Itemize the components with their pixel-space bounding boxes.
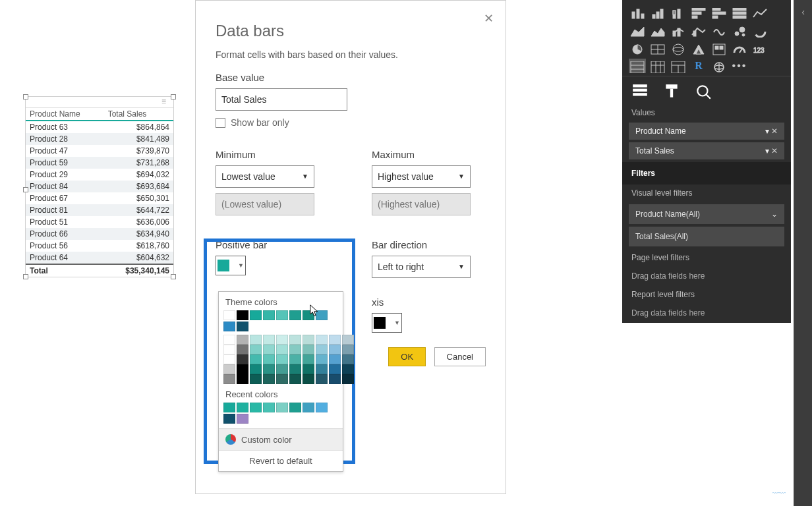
color-swatch[interactable] bbox=[276, 374, 288, 384]
viz-treemap-icon[interactable] bbox=[649, 41, 666, 55]
resize-handle-ne[interactable] bbox=[171, 94, 176, 99]
field-total-sales[interactable]: Total Sales▾ ✕ bbox=[629, 142, 784, 159]
table-row[interactable]: Product 63$864,864 bbox=[26, 121, 173, 133]
color-swatch[interactable] bbox=[276, 364, 288, 374]
viz-area-chart-icon[interactable] bbox=[629, 23, 646, 38]
color-swatch[interactable] bbox=[237, 364, 248, 374]
ok-button[interactable]: OK bbox=[388, 347, 426, 366]
color-swatch[interactable] bbox=[223, 403, 235, 412]
color-swatch[interactable] bbox=[263, 310, 275, 320]
color-swatch[interactable] bbox=[316, 345, 328, 354]
resize-handle-se[interactable] bbox=[171, 274, 176, 279]
visual-drag-handle[interactable]: ≡ bbox=[26, 97, 173, 108]
viz-globe-map-icon[interactable] bbox=[670, 41, 687, 55]
color-swatch[interactable] bbox=[329, 354, 341, 364]
color-swatch[interactable] bbox=[289, 364, 301, 374]
table-visual[interactable]: ≡ Product Name Total Sales Product 63$86… bbox=[25, 96, 174, 277]
color-swatch[interactable] bbox=[289, 310, 301, 320]
page-filters-dropzone[interactable]: Drag data fields here bbox=[622, 266, 791, 286]
table-row[interactable]: Product 84$693,684 bbox=[26, 181, 173, 192]
table-row[interactable]: Product 64$604,632 bbox=[26, 252, 173, 264]
remove-field-icon[interactable]: ✕ bbox=[771, 146, 778, 155]
color-swatch[interactable] bbox=[237, 374, 248, 384]
color-swatch[interactable] bbox=[289, 345, 301, 354]
color-swatch[interactable] bbox=[237, 310, 248, 320]
color-swatch[interactable] bbox=[276, 335, 288, 345]
viz-ribbon-icon[interactable] bbox=[710, 23, 728, 38]
viz-pie-icon[interactable] bbox=[629, 41, 646, 55]
color-swatch[interactable] bbox=[237, 335, 248, 345]
axis-color-button[interactable]: ▼ bbox=[372, 313, 402, 333]
report-filters-dropzone[interactable]: Drag data fields here bbox=[622, 303, 791, 323]
bar-direction-dropdown[interactable]: Left to right▼ bbox=[372, 256, 471, 278]
collapsed-fields-pane[interactable]: ‹ bbox=[794, 0, 812, 506]
viz-stacked-bar-h-icon[interactable] bbox=[731, 5, 748, 20]
maximum-mode-dropdown[interactable]: Highest value▼ bbox=[372, 165, 471, 188]
color-swatch[interactable] bbox=[289, 354, 301, 364]
color-swatch[interactable] bbox=[276, 345, 288, 354]
color-swatch[interactable] bbox=[316, 403, 328, 412]
table-row[interactable]: Product 47$739,870 bbox=[26, 145, 173, 157]
color-swatch[interactable] bbox=[303, 354, 314, 364]
positive-bar-color-button[interactable]: ▼ bbox=[216, 256, 246, 275]
cancel-button[interactable]: Cancel bbox=[434, 347, 486, 366]
viz-bar-horizontal-icon[interactable] bbox=[690, 5, 707, 20]
color-swatch[interactable] bbox=[303, 345, 314, 354]
col-header-product[interactable]: Product Name bbox=[26, 108, 104, 121]
format-tab-icon[interactable] bbox=[663, 83, 680, 98]
viz-clustered-bar-icon[interactable] bbox=[649, 5, 666, 20]
color-swatch[interactable] bbox=[237, 322, 248, 331]
color-swatch[interactable] bbox=[342, 354, 354, 364]
viz-card-icon[interactable]: 123 bbox=[751, 41, 768, 55]
maximum-value-input[interactable] bbox=[372, 193, 471, 215]
table-row[interactable]: Product 66$634,940 bbox=[26, 228, 173, 240]
color-swatch[interactable] bbox=[223, 374, 235, 384]
viz-stacked-bar-100-icon[interactable] bbox=[670, 5, 687, 20]
resize-handle-w[interactable] bbox=[23, 187, 28, 192]
fields-tab-icon[interactable] bbox=[631, 83, 649, 98]
color-swatch[interactable] bbox=[223, 354, 235, 364]
resize-handle-sw[interactable] bbox=[23, 274, 28, 279]
viz-clustered-bar-h-icon[interactable] bbox=[710, 5, 728, 20]
color-swatch[interactable] bbox=[237, 403, 248, 412]
color-swatch[interactable] bbox=[223, 414, 235, 424]
color-swatch[interactable] bbox=[329, 335, 341, 345]
viz-matrix-icon[interactable] bbox=[649, 59, 666, 73]
color-swatch[interactable] bbox=[289, 403, 301, 412]
viz-table-icon[interactable] bbox=[629, 59, 646, 73]
remove-field-icon[interactable]: ✕ bbox=[771, 126, 778, 136]
table-row[interactable]: Product 51$636,006 bbox=[26, 216, 173, 228]
color-swatch[interactable] bbox=[303, 403, 314, 412]
table-row[interactable]: Product 28$841,489 bbox=[26, 133, 173, 145]
color-swatch[interactable] bbox=[250, 403, 262, 412]
minimum-mode-dropdown[interactable]: Lowest value▼ bbox=[216, 165, 314, 188]
color-swatch[interactable] bbox=[316, 364, 328, 374]
minimum-value-input[interactable] bbox=[216, 193, 314, 215]
color-swatch[interactable] bbox=[263, 335, 275, 345]
field-product-name[interactable]: Product Name▾ ✕ bbox=[629, 123, 784, 140]
color-swatch[interactable] bbox=[263, 403, 275, 412]
close-icon[interactable]: ✕ bbox=[484, 11, 494, 26]
color-swatch[interactable] bbox=[250, 354, 262, 364]
color-swatch[interactable] bbox=[276, 354, 288, 364]
viz-stacked-area-icon[interactable] bbox=[649, 23, 666, 38]
viz-filled-map-icon[interactable] bbox=[710, 41, 728, 55]
color-swatch[interactable] bbox=[342, 364, 354, 374]
color-swatch[interactable] bbox=[223, 364, 235, 374]
custom-color-button[interactable]: Custom color bbox=[219, 428, 343, 450]
color-swatch[interactable] bbox=[316, 354, 328, 364]
viz-r-script-icon[interactable]: R bbox=[690, 59, 707, 73]
col-header-sales[interactable]: Total Sales bbox=[104, 108, 173, 121]
color-swatch[interactable] bbox=[316, 335, 328, 345]
table-row[interactable]: Product 81$644,722 bbox=[26, 204, 173, 216]
viz-slicer-icon[interactable] bbox=[670, 59, 687, 73]
color-swatch[interactable] bbox=[250, 364, 262, 374]
color-swatch[interactable] bbox=[303, 374, 314, 384]
filter-product-name[interactable]: Product Name(All)⌄ bbox=[629, 204, 784, 224]
color-swatch[interactable] bbox=[223, 322, 235, 331]
viz-line-chart-icon[interactable] bbox=[751, 5, 768, 20]
color-swatch[interactable] bbox=[342, 374, 354, 384]
color-swatch[interactable] bbox=[303, 364, 314, 374]
viz-donut-icon[interactable] bbox=[751, 23, 768, 38]
color-swatch[interactable] bbox=[250, 345, 262, 354]
